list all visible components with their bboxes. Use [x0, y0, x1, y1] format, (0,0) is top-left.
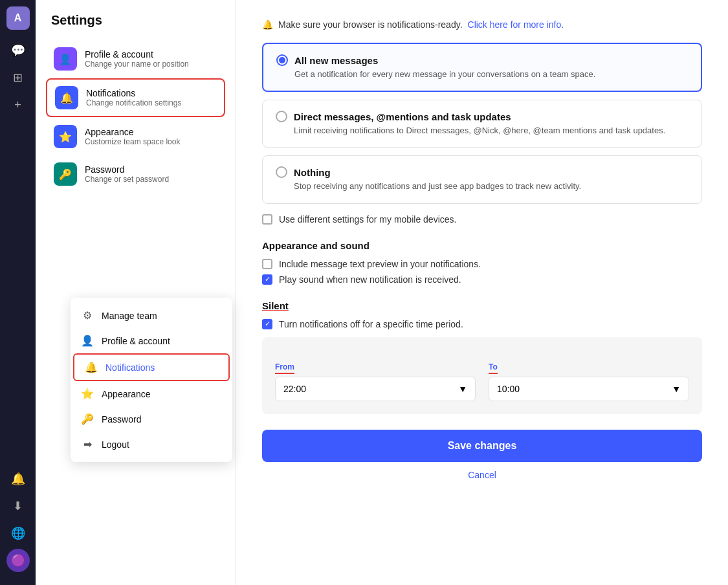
silent-checkbox[interactable]: ✓ [262, 319, 272, 329]
appearance-icon: ⭐ [54, 125, 77, 148]
time-row: From 22:00 ▼ To 10:00 ▼ [275, 360, 689, 401]
dropdown-label-profile: Profile & account [102, 336, 170, 346]
left-nav: A 💬 ⊞ + 🔔 ⬇ 🌐 🟣 [0, 0, 36, 585]
sidebar-item-appearance[interactable]: ⭐ Appearance Customize team space look [46, 118, 225, 155]
silent-checkbox-label: Turn notifications off for a specific ti… [279, 319, 463, 329]
profile-item-name: Profile & account [85, 49, 189, 60]
dropdown-manage-team[interactable]: ⚙ Manage team [71, 303, 232, 328]
sidebar: Settings 👤 Profile & account Change your… [36, 0, 236, 585]
to-field: To 10:00 ▼ [489, 360, 689, 401]
from-chevron-icon: ▼ [458, 384, 467, 394]
dropdown-notifications[interactable]: 🔔 Notifications [73, 353, 230, 381]
option-nothing[interactable]: Nothing Stop receiving any notifications… [262, 155, 702, 203]
bell-icon[interactable]: 🔔 [6, 467, 30, 491]
dropdown-password[interactable]: 🔑 Password [71, 406, 232, 432]
appearance-item-name: Appearance [85, 127, 180, 137]
option-direct-messages[interactable]: Direct messages, @mentions and task upda… [262, 100, 702, 148]
profile-item-desc: Change your name or position [85, 60, 189, 69]
sidebar-item-profile[interactable]: 👤 Profile & account Change your name or … [46, 41, 225, 77]
option-nothing-desc: Stop receiving any notifications and jus… [276, 181, 689, 192]
option-direct-desc: Limit receiving notifications to Direct … [276, 125, 689, 137]
option-nothing-title: Nothing [294, 167, 331, 178]
preview-checkbox-row[interactable]: Include message text preview in your not… [262, 259, 702, 269]
notifications-item-desc: Change notification settings [86, 98, 181, 107]
avatar[interactable]: A [6, 6, 30, 30]
main-content: 🔔 Make sure your browser is notification… [236, 0, 728, 585]
dropdown-label-appearance: Appearance [102, 389, 151, 399]
mobile-checkbox[interactable] [262, 214, 272, 225]
bell-info-icon: 🔔 [262, 19, 273, 30]
to-value: 10:00 [497, 384, 520, 394]
sound-label: Play sound when new notification is rece… [279, 274, 461, 285]
appearance-sound-title: Appearance and sound [262, 240, 702, 251]
silent-box: From 22:00 ▼ To 10:00 ▼ [262, 337, 702, 414]
option-all-messages[interactable]: All new messages Get a notification for … [262, 43, 702, 92]
from-field: From 22:00 ▼ [275, 360, 476, 401]
from-value: 22:00 [283, 384, 306, 394]
option-all-desc: Get a notification for every new message… [276, 69, 688, 80]
option-all-title: All new messages [294, 55, 378, 66]
star-icon: ⭐ [81, 388, 94, 400]
sidebar-item-password[interactable]: 🔑 Password Change or set password [46, 156, 225, 192]
from-label: From [275, 362, 294, 374]
radio-direct [276, 111, 287, 122]
info-link[interactable]: Click here for more info. [468, 19, 564, 30]
add-icon[interactable]: + [6, 93, 30, 116]
option-direct-title: Direct messages, @mentions and task upda… [294, 111, 511, 122]
dropdown-appearance[interactable]: ⭐ Appearance [71, 381, 232, 406]
app-icon[interactable]: 🟣 [6, 549, 30, 572]
from-select[interactable]: 22:00 ▼ [275, 377, 476, 401]
person-icon: 👤 [81, 335, 94, 347]
chat-icon[interactable]: 💬 [6, 39, 30, 62]
gear-icon: ⚙ [81, 309, 94, 322]
globe-icon[interactable]: 🌐 [6, 522, 30, 545]
password-item-desc: Change or set password [85, 175, 169, 184]
silent-checkbox-row[interactable]: ✓ Turn notifications off for a specific … [262, 319, 702, 329]
to-chevron-icon: ▼ [672, 384, 681, 394]
info-bar: 🔔 Make sure your browser is notification… [262, 19, 702, 30]
dropdown-logout[interactable]: ➡ Logout [71, 432, 232, 457]
dropdown-label-manage-team: Manage team [102, 311, 157, 321]
notifications-icon: 🔔 [55, 86, 78, 109]
sidebar-item-notifications[interactable]: 🔔 Notifications Change notification sett… [46, 78, 225, 117]
sound-checkbox[interactable]: ✓ [262, 274, 272, 285]
dropdown-label-logout: Logout [102, 439, 129, 450]
key-icon: 🔑 [81, 413, 94, 425]
sound-checkbox-row[interactable]: ✓ Play sound when new notification is re… [262, 274, 702, 285]
info-text: Make sure your browser is notifications-… [278, 19, 463, 30]
bell-icon-dropdown: 🔔 [85, 361, 98, 373]
dropdown-profile-account[interactable]: 👤 Profile & account [71, 328, 232, 353]
sidebar-title: Settings [46, 13, 225, 28]
password-icon: 🔑 [54, 162, 77, 186]
dropdown-popup: ⚙ Manage team 👤 Profile & account 🔔 Noti… [71, 298, 232, 462]
appearance-item-desc: Customize team space look [85, 137, 180, 146]
mobile-checkbox-row[interactable]: Use different settings for my mobile dev… [262, 214, 702, 225]
profile-icon: 👤 [54, 47, 77, 71]
logout-icon: ➡ [81, 438, 94, 450]
notifications-item-name: Notifications [86, 88, 181, 98]
radio-all-messages [276, 54, 288, 66]
to-select[interactable]: 10:00 ▼ [489, 377, 689, 401]
preview-checkbox[interactable] [262, 259, 272, 269]
download-icon[interactable]: ⬇ [6, 494, 30, 518]
board-icon[interactable]: ⊞ [6, 66, 30, 89]
preview-label: Include message text preview in your not… [279, 259, 481, 269]
cancel-button[interactable]: Cancel [262, 470, 702, 480]
silent-title: Silent [262, 300, 702, 311]
dropdown-label-notifications: Notifications [105, 362, 155, 373]
radio-nothing [276, 166, 287, 178]
to-label: To [489, 362, 498, 374]
save-button[interactable]: Save changes [262, 430, 702, 462]
dropdown-label-password: Password [102, 414, 141, 425]
password-item-name: Password [85, 164, 169, 175]
mobile-checkbox-label: Use different settings for my mobile dev… [279, 214, 456, 225]
